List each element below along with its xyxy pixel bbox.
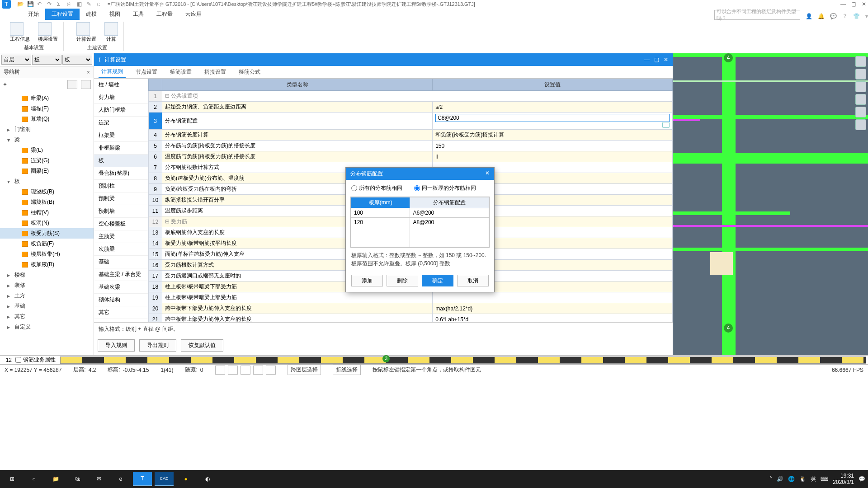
rule-name-cell[interactable]: 起始受力钢筋、负筋距支座边距离 bbox=[162, 102, 433, 113]
tab-start[interactable]: 开始 bbox=[22, 9, 45, 20]
viewport-canvas[interactable]: 4 4 bbox=[673, 53, 868, 355]
rule-value-cell[interactable]: max(ha/2,12*d) bbox=[433, 303, 673, 314]
table-row[interactable]: 6温度筋与负筋(跨板受力筋)的搭接长度ll bbox=[149, 151, 673, 162]
ruler[interactable]: 3 bbox=[60, 357, 866, 364]
subtab-stirrup[interactable]: 箍筋设置 bbox=[167, 66, 194, 78]
ime-icon[interactable]: ⌨ bbox=[821, 476, 828, 482]
qat-icon[interactable]: ◧ bbox=[77, 1, 83, 7]
table-row[interactable]: 19柱上板带/板带暗梁上部受力筋 bbox=[149, 292, 673, 303]
cancel-button[interactable]: 取消 bbox=[457, 275, 489, 286]
maximize-icon[interactable]: ▢ bbox=[851, 1, 856, 7]
polyline-button[interactable]: 折线选择 bbox=[333, 365, 361, 375]
store-icon[interactable]: 🛍 bbox=[68, 472, 87, 486]
ime-lang[interactable]: 英 bbox=[811, 475, 816, 483]
delete-button[interactable]: 删除 bbox=[387, 275, 418, 286]
rule-value-cell[interactable] bbox=[433, 292, 673, 303]
category-item[interactable]: 次肋梁 bbox=[94, 243, 148, 256]
category-item[interactable]: 框架梁 bbox=[94, 129, 148, 142]
tab-cloud[interactable]: 云应用 bbox=[179, 9, 208, 20]
cell-config[interactable]: A8@200 bbox=[410, 218, 489, 227]
rule-name-cell[interactable]: ⊟ 公共设置项 bbox=[162, 91, 673, 102]
snap2-icon[interactable] bbox=[228, 366, 238, 375]
cortana-icon[interactable]: ○ bbox=[24, 472, 43, 486]
prop-checkbox[interactable] bbox=[15, 357, 21, 363]
minimize-icon[interactable]: — bbox=[840, 1, 846, 7]
project-info-icon[interactable] bbox=[10, 22, 24, 36]
row-number[interactable]: 1 bbox=[149, 91, 162, 102]
nav-item[interactable]: 螺旋板(B) bbox=[0, 197, 94, 207]
rule-name-cell[interactable]: 温度筋与负筋(跨板受力筋)的搭接长度 bbox=[162, 151, 433, 162]
floor-settings-icon[interactable] bbox=[38, 22, 52, 36]
row-number[interactable]: 17 bbox=[149, 271, 162, 282]
snap5-icon[interactable] bbox=[266, 366, 276, 375]
qat-redo-icon[interactable]: ↷ bbox=[47, 1, 53, 7]
rule-value-cell[interactable]: 150 bbox=[433, 141, 673, 151]
nav-item[interactable]: 梁(L) bbox=[0, 145, 94, 155]
nav-group[interactable]: 门窗洞 bbox=[0, 124, 94, 135]
add-button[interactable]: 添加 bbox=[351, 275, 383, 286]
rule-value-cell[interactable]: 0.6*Lab+15*d bbox=[433, 314, 673, 323]
panel-min-icon[interactable]: — bbox=[644, 56, 650, 63]
nav-item[interactable]: 现浇板(B) bbox=[0, 187, 94, 197]
app-cad-icon[interactable]: CAD bbox=[155, 472, 174, 486]
nav-group[interactable]: 土方 bbox=[0, 291, 94, 301]
category-item[interactable]: 砌体结构 bbox=[94, 294, 148, 306]
table-row[interactable]: 3分布钢筋配置⋯ bbox=[149, 113, 673, 130]
mail-icon[interactable]: ✉ bbox=[90, 472, 108, 486]
layer-icon[interactable] bbox=[855, 119, 866, 130]
nav-item[interactable]: 楼层板带(H) bbox=[0, 249, 94, 259]
nav-group[interactable]: 装修 bbox=[0, 280, 94, 291]
subcat-select[interactable]: 板 bbox=[62, 55, 92, 65]
nav-item[interactable]: 圈梁(E) bbox=[0, 166, 94, 176]
dialog-titlebar[interactable]: 分布钢筋配置 ✕ bbox=[346, 168, 494, 180]
subtab-rules[interactable]: 计算规则 bbox=[99, 66, 126, 78]
category-item[interactable]: 连梁 bbox=[94, 117, 148, 129]
category-item[interactable]: 基础次梁 bbox=[94, 281, 148, 294]
radio-by-thickness[interactable]: 同一板厚的分布筋相同 bbox=[414, 184, 476, 192]
row-number[interactable]: 7 bbox=[149, 162, 162, 173]
category-item[interactable]: 基础主梁 / 承台梁 bbox=[94, 268, 148, 281]
cell-thickness[interactable]: 120 bbox=[351, 218, 410, 227]
fit-icon[interactable] bbox=[855, 107, 866, 117]
qat-undo-icon[interactable]: ↶ bbox=[37, 1, 43, 7]
row-number[interactable]: 5 bbox=[149, 141, 162, 151]
panel-close-icon[interactable]: ✕ bbox=[664, 56, 668, 63]
pan-icon[interactable] bbox=[855, 69, 866, 80]
import-rules-button[interactable]: 导入规则 bbox=[98, 339, 135, 352]
tray-up-icon[interactable]: ˄ bbox=[769, 476, 772, 482]
calc-settings-icon[interactable] bbox=[76, 22, 90, 36]
notifications-icon[interactable]: 💬 bbox=[859, 476, 865, 482]
category-item[interactable]: 基础 bbox=[94, 256, 148, 268]
nav-group[interactable]: 梁 bbox=[0, 135, 94, 145]
dialog-close-icon[interactable]: ✕ bbox=[485, 170, 490, 178]
snap4-icon[interactable] bbox=[253, 366, 263, 375]
network-icon[interactable]: 🌐 bbox=[788, 476, 795, 482]
rule-name-cell[interactable]: 跨中板带上部受力筋伸入支座的长度 bbox=[162, 314, 433, 323]
snap3-icon[interactable] bbox=[241, 366, 250, 375]
rule-name-cell[interactable]: 分布钢筋长度计算 bbox=[162, 130, 433, 141]
rule-name-cell[interactable]: 分布筋与负筋(跨板受力筋)的搭接长度 bbox=[162, 141, 433, 151]
rule-name-cell[interactable]: 跨中板带下部受力筋伸入支座的长度 bbox=[162, 303, 433, 314]
rule-value-cell[interactable]: ll bbox=[433, 151, 673, 162]
help-icon[interactable]: ？ bbox=[842, 12, 848, 20]
app-yellow-icon[interactable]: ● bbox=[176, 472, 195, 486]
nav-item[interactable]: 幕墙(Q) bbox=[0, 114, 94, 124]
nav-item[interactable]: 板负筋(F) bbox=[0, 239, 94, 249]
rule-value-cell[interactable]: s/2 bbox=[433, 102, 673, 113]
rotate-icon[interactable] bbox=[855, 81, 866, 92]
subtab-lap[interactable]: 搭接设置 bbox=[202, 66, 229, 78]
radio-all-same[interactable]: 所有的分布筋相同 bbox=[351, 184, 402, 192]
row-number[interactable]: 16 bbox=[149, 260, 162, 271]
help-search-input[interactable]: 可以合并不同工程的楼层及构件类型吗？ bbox=[714, 10, 800, 20]
row-number[interactable]: 12 bbox=[149, 216, 162, 227]
tab-modeling[interactable]: 建模 bbox=[80, 9, 103, 20]
row-number[interactable]: 6 bbox=[149, 151, 162, 162]
th-thickness[interactable]: 板厚(mm) bbox=[351, 197, 410, 208]
user-icon[interactable]: 👤 bbox=[806, 13, 812, 19]
back-icon[interactable]: ⟨ bbox=[99, 56, 101, 63]
nav-item[interactable]: 暗梁(A) bbox=[0, 93, 94, 103]
skin-icon[interactable]: 👕 bbox=[853, 13, 860, 19]
panel-max-icon[interactable]: ▢ bbox=[654, 56, 659, 63]
ok-button[interactable]: 确定 bbox=[422, 275, 453, 286]
nav-item[interactable]: 柱帽(V) bbox=[0, 207, 94, 218]
